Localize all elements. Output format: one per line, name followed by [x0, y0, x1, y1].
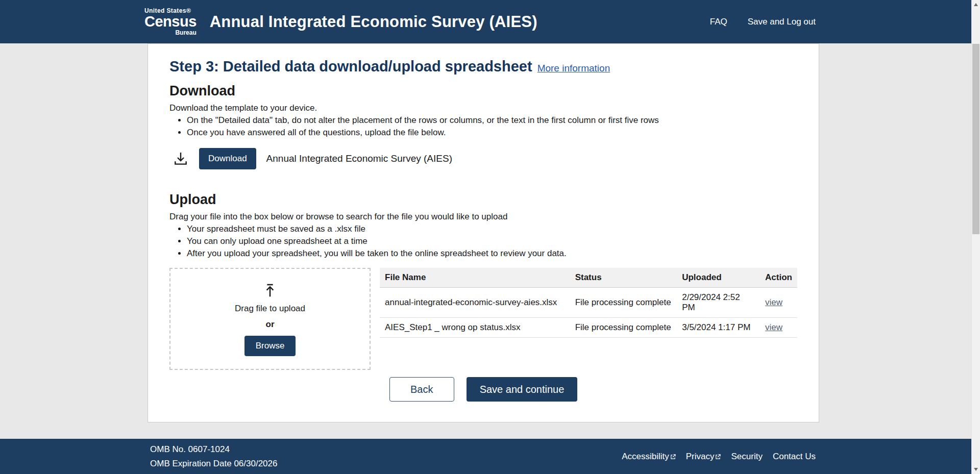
view-file-link[interactable]: view: [765, 297, 782, 307]
logo-line-census: Census: [144, 14, 197, 29]
footer-privacy-link[interactable]: Privacy: [686, 452, 721, 462]
download-section: Download Download the template to your d…: [169, 83, 797, 169]
upload-bullet: Your spreadsheet must be saved as a .xls…: [187, 224, 797, 234]
download-row: Download Annual Integrated Economic Surv…: [173, 148, 797, 169]
cell-status: File processing complete: [570, 288, 677, 318]
logo-line-bureau: Bureau: [144, 30, 197, 36]
uploaded-files-table: File Name Status Uploaded Action annual-…: [380, 268, 797, 338]
column-header-uploaded: Uploaded: [677, 268, 760, 288]
save-and-continue-button[interactable]: Save and continue: [467, 377, 578, 402]
upload-icon: [261, 282, 279, 302]
cell-action: view: [760, 318, 797, 338]
cell-file-name: AIES_Step1 _ wrong op status.xlsx: [380, 318, 570, 338]
download-bullet: On the "Detailed data" tab, do not alter…: [187, 115, 797, 126]
app-header: United States® Census Bureau Annual Inte…: [0, 0, 980, 43]
nav-faq-link[interactable]: FAQ: [710, 17, 727, 27]
back-button[interactable]: Back: [389, 377, 454, 402]
omb-info: OMB No. 0607-1024 OMB Expiration Date 06…: [150, 442, 277, 471]
upload-intro: Drag your file into the box below or bro…: [169, 212, 797, 222]
download-bullets: On the "Detailed data" tab, do not alter…: [169, 115, 797, 138]
browse-button[interactable]: Browse: [244, 336, 296, 356]
dropzone-label: Drag file to upload: [235, 304, 305, 314]
footer-contact-us-link[interactable]: Contact Us: [773, 452, 816, 462]
upload-columns: Drag file to upload or Browse File Name …: [169, 268, 797, 370]
title-row: Step 3: Detailed data download/upload sp…: [169, 56, 797, 75]
download-intro: Download the template to your device.: [169, 103, 797, 113]
column-header-status: Status: [570, 268, 677, 288]
file-dropzone[interactable]: Drag file to upload or Browse: [169, 268, 371, 370]
upload-section: Upload Drag your file into the box below…: [169, 192, 797, 402]
upload-heading: Upload: [169, 192, 797, 208]
cell-status: File processing complete: [570, 318, 677, 338]
footer-security-link[interactable]: Security: [731, 452, 762, 462]
download-bullet: Once you have answered all of the questi…: [187, 128, 797, 138]
download-file-label: Annual Integrated Economic Survey (AIES): [266, 153, 452, 164]
cell-file-name: annual-integrated-economic-survey-aies.x…: [380, 288, 570, 318]
app-footer: OMB No. 0607-1024 OMB Expiration Date 06…: [0, 439, 980, 474]
scrollbar-up-arrow-icon[interactable]: [974, 3, 978, 6]
upload-bullets: Your spreadsheet must be saved as a .xls…: [169, 224, 797, 259]
column-header-action: Action: [760, 268, 797, 288]
omb-number: OMB No. 0607-1024: [150, 442, 277, 457]
view-file-link[interactable]: view: [765, 322, 782, 332]
footer-links: Accessibility Privacy Security Contact U…: [622, 452, 816, 462]
app-title: Annual Integrated Economic Survey (AIES): [210, 13, 537, 31]
download-button[interactable]: Download: [199, 148, 256, 169]
download-heading: Download: [169, 83, 797, 99]
header-nav: FAQ Save and Log out: [710, 17, 816, 27]
census-logo: United States® Census Bureau: [144, 8, 197, 36]
main-content: Step 3: Detailed data download/upload sp…: [0, 43, 980, 422]
vertical-scrollbar[interactable]: [971, 0, 980, 474]
table-row: AIES_Step1 _ wrong op status.xlsx File p…: [380, 318, 797, 338]
scrollbar-down-arrow-icon[interactable]: [974, 468, 978, 471]
omb-expiration: OMB Expiration Date 06/30/2026: [150, 457, 277, 471]
download-icon: [173, 151, 189, 167]
nav-save-logout-link[interactable]: Save and Log out: [748, 17, 816, 27]
content-card: Step 3: Detailed data download/upload sp…: [148, 43, 819, 422]
page-title: Step 3: Detailed data download/upload sp…: [169, 58, 532, 75]
table-row: annual-integrated-economic-survey-aies.x…: [380, 288, 797, 318]
upload-bullet: After you upload your spreadsheet, you w…: [187, 248, 797, 259]
cell-uploaded: 3/5/2024 1:17 PM: [677, 318, 760, 338]
cell-uploaded: 2/29/2024 2:52 PM: [677, 288, 760, 318]
column-header-file-name: File Name: [380, 268, 570, 288]
external-link-icon: [670, 452, 676, 462]
upload-bullet: You can only upload one spreadsheet at a…: [187, 236, 797, 246]
cell-action: view: [760, 288, 797, 318]
footer-accessibility-link[interactable]: Accessibility: [622, 452, 676, 462]
table-header-row: File Name Status Uploaded Action: [380, 268, 797, 288]
external-link-icon: [715, 452, 721, 462]
more-information-link[interactable]: More information: [537, 63, 610, 74]
scrollbar-thumb[interactable]: [972, 44, 979, 234]
form-actions: Back Save and continue: [169, 377, 797, 402]
dropzone-or-label: or: [266, 319, 275, 330]
